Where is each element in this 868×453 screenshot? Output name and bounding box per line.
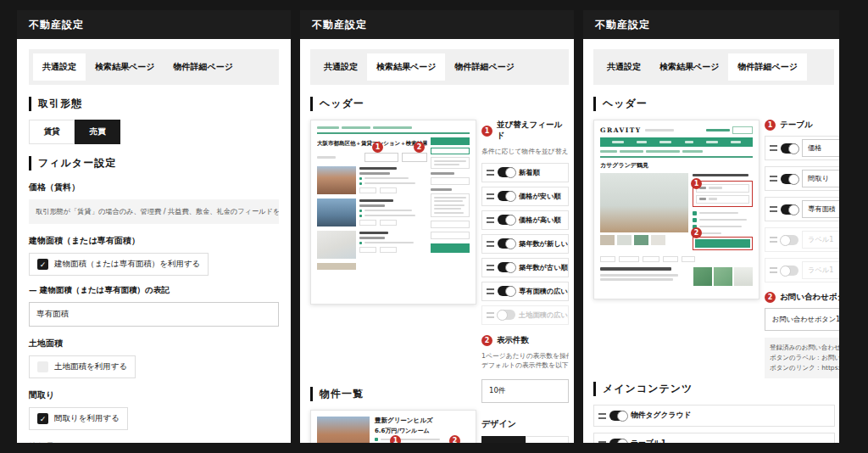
tab-property-detail[interactable]: 物件詳細ページ bbox=[445, 53, 523, 81]
drag-handle-icon[interactable] bbox=[770, 176, 777, 182]
checkbox-checked-icon[interactable]: ✓ bbox=[37, 259, 48, 270]
table-item-input[interactable]: ラベル1 bbox=[802, 231, 839, 249]
drag-handle-icon[interactable] bbox=[770, 237, 777, 243]
panel-property-detail: 不動産設定 共通設定 検索結果ページ 物件詳細ページ ヘッダー GRAVITY bbox=[583, 10, 839, 443]
rent-button[interactable]: 賃貸 bbox=[29, 120, 75, 144]
sale-button[interactable]: 売買 bbox=[75, 120, 120, 144]
table-item-input[interactable]: 専有面積 bbox=[802, 200, 839, 218]
building-notation-input[interactable]: 専有面積 bbox=[29, 302, 279, 327]
tag-chip bbox=[619, 256, 639, 262]
sort-item-label: 専有面積の広い順 bbox=[519, 287, 569, 296]
toggle-on-switch[interactable] bbox=[498, 215, 515, 225]
listing-button bbox=[380, 187, 397, 193]
sidebar-label-bar bbox=[431, 172, 454, 175]
built-date-heading: 築年月 bbox=[29, 441, 279, 443]
table-item-row[interactable]: 間取り bbox=[765, 166, 839, 191]
listing-photo bbox=[317, 166, 356, 194]
sort-item-row-disabled[interactable]: 土地面積の広い順 bbox=[481, 305, 569, 325]
sidebar-search-button bbox=[431, 243, 470, 253]
listing-price-bar bbox=[359, 172, 390, 175]
table-item-input[interactable]: 間取り bbox=[802, 170, 839, 187]
toggle-on-switch[interactable] bbox=[781, 204, 798, 215]
toggle-on-switch[interactable] bbox=[498, 191, 515, 201]
main-content-row[interactable]: テーブル1 bbox=[593, 433, 835, 443]
tab-search-results[interactable]: 検索結果ページ bbox=[650, 53, 728, 81]
toggle-on-switch[interactable] bbox=[498, 167, 515, 177]
main-content-row[interactable]: 物件タグクラウド bbox=[593, 405, 835, 427]
table-item-input[interactable]: 価格 bbox=[802, 139, 839, 157]
toggle-on-switch[interactable] bbox=[781, 174, 798, 184]
drag-handle-icon[interactable] bbox=[598, 413, 606, 419]
tab-common[interactable]: 共通設定 bbox=[598, 53, 650, 81]
madori-checkbox-row[interactable]: ✓ 間取りを利用する bbox=[29, 407, 128, 430]
drag-handle-icon[interactable] bbox=[598, 441, 606, 444]
listing-text-bar bbox=[364, 210, 412, 212]
table-item-row[interactable]: 専有面積 bbox=[765, 197, 839, 221]
checkbox-unchecked-icon[interactable] bbox=[37, 361, 48, 372]
toggle-off-switch[interactable] bbox=[781, 235, 798, 245]
tab-property-detail[interactable]: 物件詳細ページ bbox=[728, 53, 806, 81]
two-column-button[interactable]: 2カラム bbox=[526, 436, 570, 443]
sidebar-green-button bbox=[431, 137, 470, 145]
listing-row bbox=[317, 166, 427, 194]
drag-handle-icon[interactable] bbox=[487, 193, 494, 199]
drag-handle-icon[interactable] bbox=[487, 170, 494, 176]
sort-item-row[interactable]: 専有面積の広い順 bbox=[481, 282, 569, 301]
listing-text-bar bbox=[364, 242, 414, 244]
table-item-row-disabled[interactable]: ラベル1 bbox=[765, 258, 839, 282]
listing-button bbox=[380, 220, 397, 226]
sort-item-label: 土地面積の広い順 bbox=[519, 310, 569, 320]
divider bbox=[600, 156, 753, 158]
drag-handle-icon[interactable] bbox=[770, 267, 777, 273]
checkbox-checked-icon[interactable]: ✓ bbox=[37, 413, 48, 424]
property-list-preview: 豊新グリーンヒルズ 6.6万円/ワンルーム 1 2 bbox=[310, 410, 476, 443]
cta-headline-bar bbox=[693, 174, 748, 176]
tab-search-results[interactable]: 検索結果ページ bbox=[86, 53, 164, 81]
annotation-2: 2 bbox=[481, 335, 492, 346]
toggle-on-switch[interactable] bbox=[781, 143, 798, 154]
listing-price-bar bbox=[359, 237, 385, 239]
drag-handle-icon[interactable] bbox=[487, 312, 494, 318]
listing-row bbox=[317, 231, 427, 259]
sort-item-row[interactable]: 新着順 bbox=[481, 163, 569, 182]
footer-photo bbox=[714, 267, 732, 286]
land-area-checkbox-row[interactable]: 土地面積を利用する bbox=[29, 355, 136, 378]
sort-item-row[interactable]: 築年数が新しい順 bbox=[481, 234, 569, 254]
drag-handle-icon[interactable] bbox=[770, 145, 777, 151]
drag-handle-icon[interactable] bbox=[487, 241, 494, 247]
one-column-button[interactable]: 1カラム bbox=[481, 436, 526, 443]
tab-common[interactable]: 共通設定 bbox=[33, 53, 86, 81]
drag-handle-icon[interactable] bbox=[487, 265, 494, 271]
tab-property-detail[interactable]: 物件詳細ページ bbox=[164, 53, 242, 81]
main-photo bbox=[600, 173, 688, 232]
listing-title-bar bbox=[359, 232, 388, 234]
sort-item-row[interactable]: 価格が高い順 bbox=[481, 210, 569, 230]
listing-row bbox=[317, 199, 427, 226]
table-item-row-disabled[interactable]: ラベル1 bbox=[765, 227, 839, 252]
section-header: ヘッダー bbox=[310, 97, 569, 111]
drag-handle-icon[interactable] bbox=[487, 288, 494, 294]
toggle-on-switch[interactable] bbox=[609, 439, 627, 443]
tag-chip bbox=[600, 256, 615, 262]
toggle-off-switch[interactable] bbox=[498, 310, 515, 320]
toggle-on-switch[interactable] bbox=[498, 262, 515, 272]
table-item-row[interactable]: 価格 bbox=[765, 136, 839, 160]
breadcrumb-bar bbox=[682, 150, 703, 153]
sort-item-row[interactable]: 築年数が古い順 bbox=[481, 258, 569, 277]
toggle-off-switch[interactable] bbox=[781, 266, 798, 276]
tab-search-results[interactable]: 検索結果ページ bbox=[367, 53, 445, 81]
display-count-select[interactable]: 10件 bbox=[481, 379, 569, 403]
sort-dropdown-annotated: 1 bbox=[364, 153, 398, 162]
toggle-on-switch[interactable] bbox=[498, 286, 515, 296]
table-item-input[interactable]: ラベル1 bbox=[802, 261, 839, 279]
drag-handle-icon[interactable] bbox=[487, 217, 494, 223]
search-page-preview: 大阪市都島区他＋賃貸マンション＋検索結果 1 2 bbox=[310, 120, 476, 305]
contact-button-select[interactable]: お問い合わせボタン1を利用 bbox=[765, 308, 839, 331]
tab-common[interactable]: 共通設定 bbox=[314, 53, 367, 81]
sort-item-row[interactable]: 価格が安い順 bbox=[481, 187, 569, 206]
listing-button bbox=[380, 247, 397, 253]
drag-handle-icon[interactable] bbox=[770, 206, 777, 212]
toggle-on-switch[interactable] bbox=[498, 238, 515, 249]
building-area-checkbox-row[interactable]: ✓ 建物面積（または専有面積）を利用する bbox=[29, 253, 209, 276]
toggle-on-switch[interactable] bbox=[609, 411, 627, 421]
